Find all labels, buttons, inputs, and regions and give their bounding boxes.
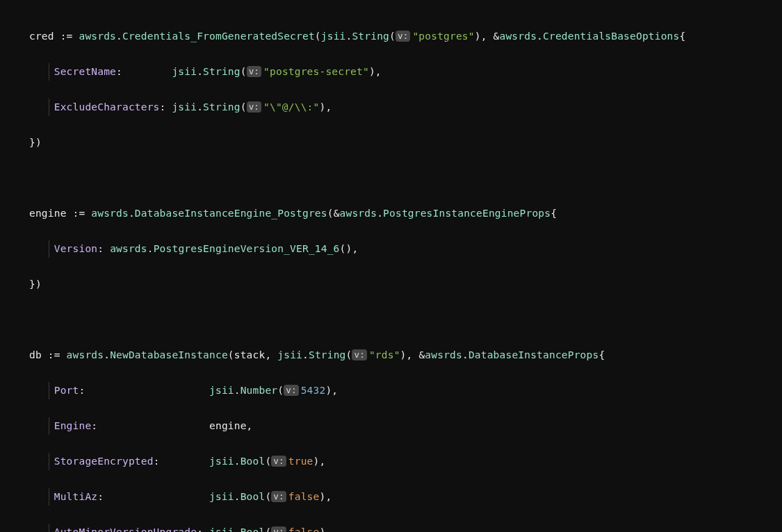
code-line: cred := awsrds.Credentials_FromGenerated…	[29, 28, 782, 46]
code-block: cred := awsrds.Credentials_FromGenerated…	[0, 0, 782, 532]
code-line: Version: awsrds.PostgresEngineVersion_VE…	[29, 240, 782, 258]
code-line: })	[29, 276, 782, 294]
var-db: db	[29, 349, 42, 360]
code-line: StorageEncrypted: jsii.Bool(v:true),	[29, 453, 782, 471]
code-line: MultiAz: jsii.Bool(v:false),	[29, 488, 782, 506]
param-hint: v:	[396, 31, 410, 42]
code-line	[29, 169, 782, 188]
code-line	[29, 311, 782, 329]
code-line: SecretName: jsii.String(v:"postgres-secr…	[29, 63, 782, 81]
code-line: db := awsrds.NewDatabaseInstance(stack, …	[29, 347, 782, 365]
var-engine: engine	[29, 208, 67, 219]
var-cred: cred	[29, 31, 54, 42]
code-line: Port: jsii.Number(v:5432),	[29, 382, 782, 400]
code-line: engine := awsrds.DatabaseInstanceEngine_…	[29, 205, 782, 223]
code-line: Engine: engine,	[29, 417, 782, 435]
code-line: })	[29, 134, 782, 152]
code-line: ExcludeCharacters: jsii.String(v:"\"@/\\…	[29, 99, 782, 117]
code-line: AutoMinorVersionUpgrade: jsii.Bool(v:fal…	[29, 524, 782, 532]
